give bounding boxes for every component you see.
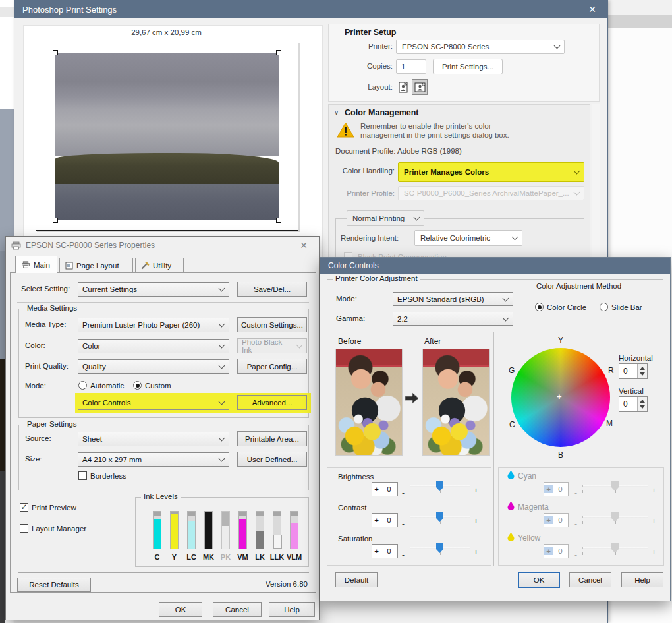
default-button[interactable]: Default: [335, 572, 378, 587]
epson-ok-button[interactable]: OK: [159, 602, 202, 617]
ink-tube-c: [153, 511, 161, 549]
spin-up-icon[interactable]: [640, 367, 645, 370]
epson-cancel-button[interactable]: Cancel: [213, 602, 262, 617]
reset-defaults-button[interactable]: Reset Defaults: [17, 578, 91, 592]
spin-up-icon[interactable]: [640, 400, 645, 403]
borderless-checkbox[interactable]: [78, 471, 87, 480]
layout-manager-checkbox[interactable]: [20, 524, 28, 533]
mode-custom-radio[interactable]: [133, 381, 142, 390]
cc-ok-button[interactable]: OK: [518, 572, 560, 588]
cc-help-button[interactable]: Help: [621, 572, 663, 587]
tab-page-layout[interactable]: Page Layout: [59, 258, 133, 273]
color-adjustment-method-heading: Color Adjustment Method: [534, 282, 624, 290]
advanced-button[interactable]: Advanced...: [237, 395, 307, 410]
color-management-heading[interactable]: Color Management: [345, 108, 419, 117]
printable-area-button[interactable]: Printable Area...: [237, 431, 307, 446]
borderless-label[interactable]: Borderless: [90, 472, 126, 480]
save-del-button[interactable]: Save/Del...: [237, 282, 307, 297]
plus-label: +: [474, 548, 478, 557]
user-defined-button[interactable]: User Defined...: [237, 452, 307, 467]
saturation-value-box[interactable]: + 0: [372, 544, 398, 558]
yellow-value-box: + 0: [544, 544, 569, 558]
layout-portrait-button[interactable]: [396, 80, 410, 94]
ink-tube-vm: [238, 511, 247, 549]
copies-input[interactable]: 1: [396, 59, 426, 74]
source-dropdown[interactable]: Sheet: [78, 432, 229, 446]
spinner-buttons[interactable]: [637, 364, 647, 378]
epson-dialog-titlebar[interactable]: EPSON SC-P8000 Series Properties ✕: [6, 237, 319, 254]
layout-landscape-button[interactable]: [412, 79, 428, 95]
vertical-spinner[interactable]: 0: [619, 396, 648, 412]
divider: [327, 332, 663, 332]
preview-photo[interactable]: [55, 53, 279, 220]
spin-down-icon[interactable]: [640, 372, 645, 376]
selection-handle[interactable]: [53, 50, 58, 55]
vertical-value: 0: [623, 400, 628, 409]
mode-automatic-radio[interactable]: [78, 381, 87, 390]
custom-mode-dropdown[interactable]: Color Controls: [78, 396, 229, 410]
layout-manager-label[interactable]: Layout Manager: [32, 525, 86, 533]
color-circle-control[interactable]: +: [511, 348, 610, 447]
section-collapse-chevron-icon[interactable]: ∨: [334, 109, 339, 116]
tab-page-main: Select Setting: Current Settings Save/De…: [10, 272, 316, 593]
print-quality-value: Quality: [82, 363, 106, 371]
media-type-dropdown[interactable]: Premium Luster Photo Paper (260): [78, 318, 229, 332]
horizontal-spinner[interactable]: 0: [619, 363, 648, 379]
color-handling-select[interactable]: Printer Manages Colors: [398, 162, 584, 182]
contrast-value-box[interactable]: + 0: [372, 513, 398, 527]
chevron-down-icon: [503, 295, 509, 301]
print-mode-select[interactable]: Normal Printing: [347, 210, 424, 226]
mode-automatic-label[interactable]: Automatic: [90, 382, 124, 390]
rendering-intent-label: Rendering Intent:: [341, 234, 399, 242]
source-label: Source:: [25, 434, 51, 442]
ink-cap: [222, 512, 229, 526]
color-circle-cursor[interactable]: +: [557, 392, 562, 401]
select-setting-dropdown[interactable]: Current Settings: [78, 282, 229, 297]
mode-custom-label[interactable]: Custom: [145, 382, 171, 390]
close-icon[interactable]: ✕: [295, 237, 312, 254]
slider-ticks: [410, 490, 470, 493]
magenta-value: 0: [553, 516, 568, 524]
print-settings-button[interactable]: Print Settings...: [433, 59, 503, 74]
mode-dropdown[interactable]: EPSON Standard (sRGB): [393, 292, 513, 306]
chevron-down-icon: [219, 342, 225, 349]
slide-bar-radio[interactable]: [600, 303, 608, 311]
tab-main[interactable]: Main: [15, 256, 57, 273]
tab-utility[interactable]: Utility: [135, 258, 184, 273]
selection-handle[interactable]: [276, 218, 281, 223]
ink-fill: [171, 514, 178, 549]
color-controls-dialog: Color Controls Printer Color Adjustment …: [320, 257, 671, 601]
yellow-value: 0: [553, 547, 568, 555]
spin-down-icon[interactable]: [640, 405, 645, 409]
background-strip: [607, 0, 672, 15]
custom-settings-button[interactable]: Custom Settings...: [237, 317, 307, 332]
print-preview-label[interactable]: Print Preview: [32, 504, 76, 512]
size-dropdown[interactable]: A4 210 x 297 mm: [78, 452, 229, 467]
selection-handle[interactable]: [276, 50, 281, 55]
horizontal-value: 0: [623, 367, 628, 376]
photoshop-dialog-titlebar[interactable]: Photoshop Print Settings ✕: [14, 0, 607, 18]
paper-config-button[interactable]: Paper Config...: [237, 359, 307, 374]
color-dropdown[interactable]: Color: [78, 339, 229, 353]
print-quality-dropdown[interactable]: Quality: [78, 359, 229, 374]
cc-cancel-button[interactable]: Cancel: [569, 572, 611, 587]
color-circle-radio[interactable]: [535, 303, 544, 311]
printer-select[interactable]: EPSON SC-P8000 Series: [396, 40, 565, 54]
ink-fill: [239, 519, 246, 549]
ink-fill: [205, 512, 212, 549]
brightness-value-box[interactable]: + 0: [372, 482, 398, 496]
plus-label: +: [474, 486, 478, 495]
chevron-down-icon: [512, 234, 518, 241]
rendering-intent-select[interactable]: Relative Colorimetric: [414, 230, 522, 246]
epson-help-button[interactable]: Help: [269, 602, 315, 617]
color-controls-titlebar[interactable]: Color Controls: [320, 258, 670, 274]
slide-bar-label[interactable]: Slide Bar: [611, 303, 642, 311]
selection-handle[interactable]: [53, 218, 58, 223]
print-preview-checkbox[interactable]: [20, 503, 28, 512]
spinner-buttons[interactable]: [637, 397, 647, 411]
color-circle-label[interactable]: Color Circle: [547, 303, 586, 311]
ink-tube-lk: [256, 511, 264, 549]
gamma-dropdown[interactable]: 2.2: [393, 312, 513, 326]
close-icon[interactable]: ✕: [584, 0, 601, 18]
ink-dropdown: Photo Black Ink: [237, 338, 307, 353]
